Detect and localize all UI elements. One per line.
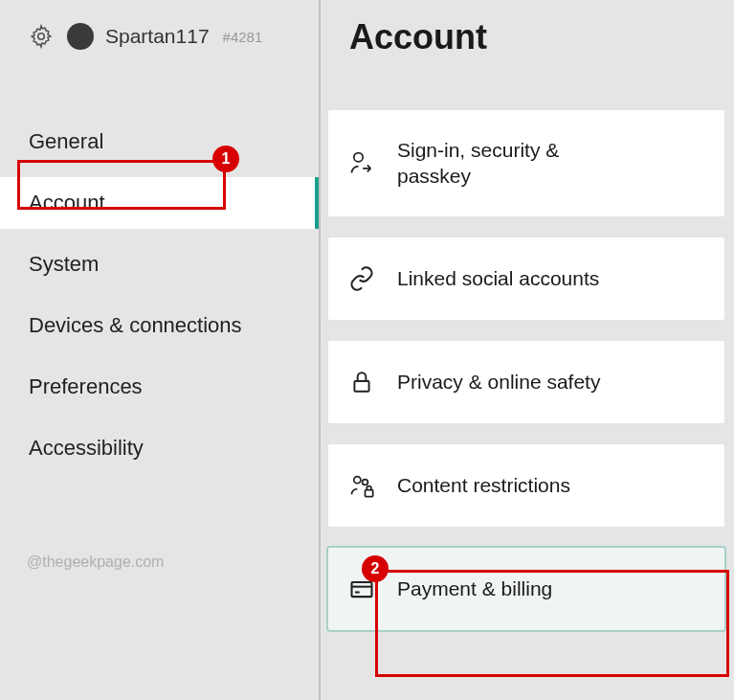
gear-icon xyxy=(27,22,56,51)
nav-label: Preferences xyxy=(29,374,143,398)
svg-point-0 xyxy=(38,34,45,40)
watermark: @thegeekpage.com xyxy=(27,553,164,571)
sidebar: Spartan117 #4281 General Account System … xyxy=(0,0,321,700)
nav-item-account[interactable]: Account xyxy=(0,177,319,229)
card-label: Sign-in, security & passkey xyxy=(397,137,608,190)
people-lock-icon xyxy=(347,471,376,500)
card-icon xyxy=(347,575,376,603)
nav-label: General xyxy=(29,129,103,153)
nav-label: Devices & connections xyxy=(29,313,242,337)
link-icon xyxy=(347,264,376,293)
card-label: Payment & billing xyxy=(397,576,552,601)
card-label: Linked social accounts xyxy=(397,265,599,291)
nav-item-system[interactable]: System xyxy=(0,238,319,290)
svg-point-4 xyxy=(363,479,368,485)
card-content-restrictions[interactable]: Content restrictions xyxy=(328,444,724,527)
nav-list: General Account System Devices & connect… xyxy=(0,116,319,474)
profile-row[interactable]: Spartan117 #4281 xyxy=(0,14,319,58)
username: Spartan117 xyxy=(105,25,210,48)
nav-label: Account xyxy=(29,191,105,215)
nav-item-accessibility[interactable]: Accessibility xyxy=(0,422,319,474)
person-arrow-icon xyxy=(347,148,376,177)
nav-label: System xyxy=(29,252,99,276)
nav-item-general[interactable]: General xyxy=(0,116,319,168)
card-label: Privacy & online safety xyxy=(397,369,600,395)
svg-rect-6 xyxy=(352,582,372,597)
svg-point-1 xyxy=(354,153,363,162)
user-tag: #4281 xyxy=(223,29,263,45)
page-title: Account xyxy=(349,17,734,57)
card-payment[interactable]: Payment & billing xyxy=(328,548,724,630)
svg-rect-2 xyxy=(354,381,368,392)
nav-item-preferences[interactable]: Preferences xyxy=(0,361,319,413)
card-linked[interactable]: Linked social accounts xyxy=(328,237,724,320)
svg-point-3 xyxy=(354,476,361,483)
card-privacy[interactable]: Privacy & online safety xyxy=(328,341,724,423)
card-label: Content restrictions xyxy=(397,472,570,498)
nav-label: Accessibility xyxy=(29,436,144,460)
main-panel: Account Sign-in, security & passkey Link… xyxy=(321,0,734,700)
card-signin[interactable]: Sign-in, security & passkey xyxy=(328,110,724,216)
svg-rect-5 xyxy=(366,489,373,496)
nav-item-devices[interactable]: Devices & connections xyxy=(0,300,319,351)
lock-icon xyxy=(347,368,376,396)
card-list: Sign-in, security & passkey Linked socia… xyxy=(321,110,734,630)
avatar xyxy=(67,23,94,50)
